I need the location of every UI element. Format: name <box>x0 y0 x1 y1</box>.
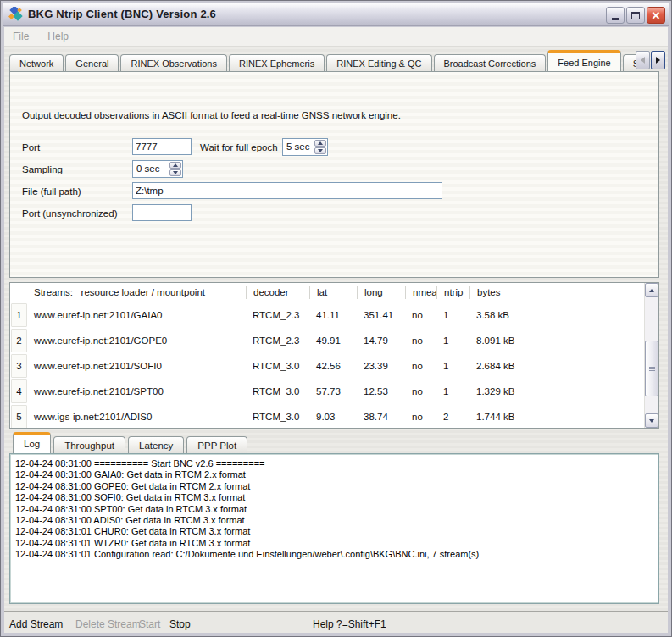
row-number: 3 <box>11 354 27 378</box>
log-line: 12-04-24 08:31:00 GAIA0: Get data in RTC… <box>15 469 658 480</box>
log-line: 12-04-24 08:31:00 GOPE0: Get data in RTC… <box>15 481 658 492</box>
scroll-down-button[interactable] <box>645 413 658 428</box>
cell-mountpoint: www.euref-ip.net:2101/GOPE0 <box>27 335 246 346</box>
page-description: Output decoded observations in ASCII for… <box>22 110 401 120</box>
file-full-path-label: File (full path) <box>22 183 81 200</box>
add-stream-button[interactable]: Add Stream <box>9 618 63 630</box>
cell-long: 38.74 <box>357 412 405 422</box>
sampling-label: Sampling <box>22 161 63 178</box>
cell-ntrip: 1 <box>436 386 469 396</box>
minimize-icon <box>612 18 619 20</box>
port-input[interactable] <box>132 138 192 155</box>
col-header-nmea[interactable]: nmea <box>405 286 436 299</box>
cell-lat: 57.73 <box>309 386 357 396</box>
spin-up-icon <box>173 163 178 167</box>
port-unsynchronized-label: Port (unsynchronized) <box>22 205 118 222</box>
port-label: Port <box>22 139 40 156</box>
cell-ntrip: 1 <box>436 361 469 371</box>
col-header-mountpoint[interactable]: Streams: resource loader / mountpoint <box>27 286 246 299</box>
spin-up-icon <box>318 141 323 145</box>
close-button[interactable]: ✕ <box>647 7 665 24</box>
col-header-long[interactable]: long <box>357 286 405 299</box>
table-scrollbar[interactable] <box>644 283 658 428</box>
tab-latency[interactable]: Latency <box>128 436 184 453</box>
tab-log[interactable]: Log <box>13 432 51 453</box>
spin-up-button[interactable] <box>169 162 181 169</box>
cell-ntrip: 1 <box>436 310 469 320</box>
cell-long: 12.53 <box>357 386 405 396</box>
tab-network[interactable]: Network <box>9 54 64 72</box>
log-line: 12-04-24 08:31:01 Configuration read: C:… <box>15 549 658 560</box>
log-line: 12-04-24 08:31:01 CHUR0: Get data in RTC… <box>15 526 658 537</box>
cell-bytes: 3.58 kB <box>469 310 644 320</box>
cell-mountpoint: www.euref-ip.net:2101/SPT00 <box>27 386 246 396</box>
port-unsynchronized-input[interactable] <box>132 204 192 221</box>
table-row[interactable]: 1 www.euref-ip.net:2101/GAIA0 RTCM_2.3 4… <box>10 302 644 328</box>
col-header-decoder[interactable]: decoder <box>246 286 309 299</box>
maximize-icon <box>631 12 640 19</box>
corner-cell <box>10 283 27 302</box>
scroll-down-icon <box>649 419 654 423</box>
table-row[interactable]: 3 www.euref-ip.net:2101/SOFI0 RTCM_3.0 4… <box>10 353 644 379</box>
table-row[interactable]: 2 www.euref-ip.net:2101/GOPE0 RTCM_2.3 4… <box>10 328 644 353</box>
row-number: 1 <box>11 303 27 327</box>
log-output: 12-04-24 08:31:00 ========== Start BNC v… <box>9 453 659 604</box>
cell-lat: 42.56 <box>309 361 357 371</box>
cell-nmea: no <box>405 412 436 422</box>
stop-button[interactable]: Stop <box>169 618 191 630</box>
maximize-button[interactable] <box>626 7 645 24</box>
tab-rinex-observations[interactable]: RINEX Observations <box>120 54 226 72</box>
tab-feed-engine[interactable]: Feed Engine <box>547 50 620 72</box>
table-row[interactable]: 4 www.euref-ip.net:2101/SPT00 RTCM_3.0 5… <box>10 379 644 404</box>
tab-scroll-left-button <box>636 51 650 69</box>
menu-file[interactable]: File <box>13 30 29 42</box>
spin-down-button[interactable] <box>169 169 181 176</box>
tab-rinex-editing-qc[interactable]: RINEX Editing & QC <box>326 54 431 72</box>
scroll-up-icon <box>649 289 654 292</box>
cell-bytes: 2.684 kB <box>469 361 644 371</box>
col-header-bytes[interactable]: bytes <box>469 286 644 299</box>
menu-help[interactable]: Help <box>47 30 69 42</box>
streams-table-body: Streams: resource loader / mountpoint de… <box>10 283 644 428</box>
cell-ntrip: 1 <box>436 335 469 346</box>
wait-for-full-epoch-spinner[interactable]: 5 sec <box>282 138 328 156</box>
log-line: 12-04-24 08:31:00 ADIS0: Get data in RTC… <box>15 515 658 526</box>
streams-table-header: Streams: resource loader / mountpoint de… <box>10 283 644 302</box>
tab-rinex-ephemeris[interactable]: RINEX Ephemeris <box>229 54 325 72</box>
scrollbar-thumb[interactable] <box>645 341 658 396</box>
tab-general[interactable]: General <box>65 54 119 72</box>
bottom-action-bar: Add Stream Delete Stream Start Stop Help… <box>4 611 668 633</box>
cell-mountpoint: www.igs-ip.net:2101/ADIS0 <box>27 412 246 422</box>
title-bar: BKG Ntrip Client (BNC) Version 2.6 ✕ <box>3 3 669 26</box>
scroll-up-button[interactable] <box>645 283 658 297</box>
cell-lat: 41.11 <box>309 310 357 320</box>
menu-bar: File Help <box>4 27 668 47</box>
cell-decoder: RTCM_2.3 <box>246 335 309 346</box>
cell-mountpoint: www.euref-ip.net:2101/GAIA0 <box>27 310 246 320</box>
row-number: 5 <box>11 405 27 428</box>
sampling-spinner[interactable]: 0 sec <box>132 160 183 178</box>
app-icon <box>8 7 23 21</box>
tab-scroll-right-button[interactable] <box>651 51 665 69</box>
minimize-button[interactable] <box>606 7 625 24</box>
cell-lat: 9.03 <box>309 412 357 422</box>
spin-down-button[interactable] <box>314 147 326 154</box>
tab-ppp-plot[interactable]: PPP Plot <box>186 436 247 453</box>
file-full-path-input[interactable] <box>132 182 442 199</box>
close-icon: ✕ <box>652 10 661 21</box>
tab-broadcast-corrections[interactable]: Broadcast Corrections <box>434 54 547 72</box>
help-shortcut-label[interactable]: Help ?=Shift+F1 <box>313 618 386 630</box>
tab-throughput[interactable]: Throughput <box>53 436 125 453</box>
log-line: 12-04-24 08:31:01 WTZR0: Get data in RTC… <box>15 538 658 549</box>
spin-down-icon <box>318 149 323 152</box>
col-header-ntrip[interactable]: ntrip <box>436 286 469 299</box>
cell-decoder: RTCM_3.0 <box>246 386 309 396</box>
cell-bytes: 1.744 kB <box>469 412 644 422</box>
arrow-left-icon <box>641 57 645 64</box>
start-button: Start <box>139 618 160 630</box>
cell-nmea: no <box>405 386 436 396</box>
col-header-lat[interactable]: lat <box>309 286 357 299</box>
spin-up-button[interactable] <box>314 140 326 147</box>
table-row[interactable]: 5 www.igs-ip.net:2101/ADIS0 RTCM_3.0 9.0… <box>10 404 644 428</box>
spin-down-icon <box>173 171 178 174</box>
